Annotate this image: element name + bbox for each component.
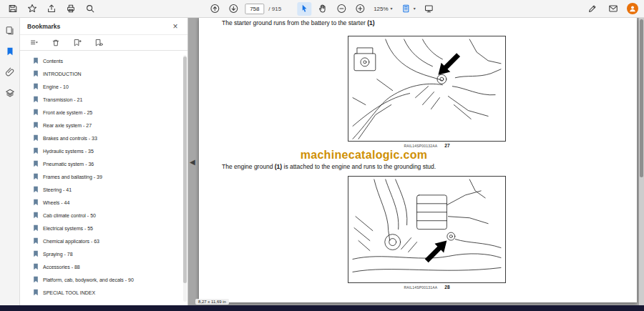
bookmark-options-button[interactable]	[27, 36, 42, 49]
bookmark-item[interactable]: Wheels - 44	[33, 196, 187, 209]
bookmark-item[interactable]: Cab climate control - 50	[33, 209, 187, 222]
plus-circle-icon	[355, 4, 365, 14]
print-button[interactable]	[64, 2, 78, 16]
page-total-label: / 915	[268, 6, 281, 12]
bookmarks-scrollbar[interactable]	[183, 55, 187, 302]
share-icon	[47, 4, 57, 14]
bookmark-item[interactable]: Spraying - 78	[33, 247, 187, 260]
trash-icon	[52, 39, 60, 47]
bookmark-item[interactable]: Rear axle system - 27	[33, 119, 187, 132]
bookmark-item[interactable]: Front axle system - 25	[33, 106, 187, 119]
email-button[interactable]	[606, 2, 620, 16]
previous-page-arrow[interactable]: ◀	[190, 158, 195, 166]
callout-arrow	[434, 50, 463, 79]
bookmark-icon	[33, 109, 39, 116]
page-view-dropdown[interactable]: ▾	[399, 2, 418, 15]
bookmark-item[interactable]: Accessories - 88	[33, 260, 187, 273]
figure28-caption: RAIL14SP00131AA 28	[348, 285, 506, 290]
save-icon	[8, 4, 18, 14]
new-bookmark-button[interactable]	[70, 36, 84, 49]
bookmark-item[interactable]: SPECIAL TOOL INDEX	[33, 286, 187, 299]
page-content: The starter ground runs from the battery…	[199, 18, 506, 290]
account-avatar[interactable]	[627, 3, 638, 14]
page-thumbnails-button[interactable]	[4, 24, 16, 37]
search-button[interactable]	[83, 2, 97, 16]
bookmark-item[interactable]: INTRODUCTION	[33, 67, 187, 80]
paperclip-icon	[5, 67, 15, 77]
bookmark-icon	[33, 212, 39, 219]
paragraph-starter-ground: The starter ground runs from the battery…	[222, 19, 506, 27]
paragraph-engine-ground: The engine ground (1) is attached to the…	[222, 163, 506, 171]
callout-arrow	[422, 236, 452, 265]
close-panel-button[interactable]: ×	[170, 21, 180, 31]
favorites-star-button[interactable]	[25, 2, 39, 16]
bookmark-item-label: Platform, cab, bodywork, and decals - 90	[43, 277, 134, 282]
hand-tool-button[interactable]	[316, 2, 330, 16]
zoom-out-button[interactable]	[334, 2, 348, 16]
zoom-level-dropdown[interactable]: 125% ▾	[371, 4, 394, 14]
bookmark-item[interactable]: Hydraulic systems - 35	[33, 144, 187, 157]
bookmark-item[interactable]: Contents	[33, 54, 187, 67]
page-view-icon	[401, 4, 411, 14]
save-button[interactable]	[6, 2, 20, 16]
bookmark-item[interactable]: Transmission - 21	[33, 93, 187, 106]
figure-number: 28	[444, 285, 449, 290]
bookmarks-button[interactable]	[4, 45, 16, 58]
toolbar-center-group: / 915	[208, 0, 436, 17]
bookmark-icon	[33, 224, 39, 232]
figure27-caption: RAIL14SP00132AA 27	[348, 143, 506, 148]
chevron-down-icon: ▾	[414, 6, 416, 11]
bookmark-settings-button[interactable]	[92, 36, 106, 49]
bookmark-item-label: Wheels - 44	[43, 200, 69, 205]
layers-button[interactable]	[4, 87, 16, 99]
bookmark-item-label: Engine - 10	[43, 84, 69, 89]
minus-circle-icon	[336, 4, 346, 14]
bookmark-item-label: Brakes and controls - 33	[43, 136, 97, 141]
page-number-input[interactable]	[245, 4, 264, 14]
bookmark-item[interactable]: Steering - 41	[33, 183, 187, 196]
callout-ref: (1)	[367, 19, 374, 26]
bookmark-item[interactable]: Engine - 10	[33, 80, 187, 93]
watermark-text: machinecatalogic.com	[222, 149, 506, 162]
bookmark-item[interactable]: Frames and ballasting - 39	[33, 170, 187, 183]
pages-icon	[5, 26, 15, 36]
bookmark-item[interactable]: Electrical systems - 55	[33, 222, 187, 235]
bookmark-item-label: Contents	[43, 59, 63, 64]
bookmark-item-label: Electrical systems - 55	[43, 226, 93, 231]
bookmark-item[interactable]: Pneumatic system - 36	[33, 157, 187, 170]
star-icon	[27, 4, 37, 14]
bookmark-item[interactable]: Platform, cab, bodywork, and decals - 90	[33, 273, 187, 286]
delete-bookmark-button[interactable]	[49, 36, 63, 49]
previous-page-button[interactable]	[208, 2, 222, 16]
bookmarks-panel-title: Bookmarks	[27, 23, 60, 30]
bookmark-item-label: Front axle system - 25	[43, 110, 92, 115]
scrollbar-thumb[interactable]	[640, 19, 643, 177]
bookmark-item[interactable]: Chemical applicators - 63	[33, 235, 187, 247]
share-button[interactable]	[44, 2, 59, 16]
bookmark-icon	[33, 276, 39, 283]
bookmarks-list: Contents INTRODUCTION Engine - 10 Transm…	[20, 51, 187, 305]
bookmark-item-label: Frames and ballasting - 39	[43, 174, 102, 179]
figure27-illustration	[348, 36, 505, 142]
bookmarks-toolbar	[20, 35, 187, 51]
paragraph-text: The starter ground runs from the battery…	[222, 19, 367, 26]
document-area: The starter ground runs from the battery…	[188, 18, 644, 305]
select-tool-button[interactable]	[297, 2, 311, 16]
monitor-icon	[424, 4, 434, 14]
next-page-button[interactable]	[226, 2, 240, 16]
bookmark-icon	[33, 96, 39, 103]
presentation-mode-button[interactable]	[422, 2, 436, 16]
options-list-icon	[30, 39, 39, 47]
bookmark-icon	[33, 289, 39, 296]
bookmark-icon	[33, 186, 39, 193]
scrollbar-thumb[interactable]	[183, 56, 187, 283]
zoom-in-button[interactable]	[353, 2, 367, 16]
bookmark-item-label: Chemical applicators - 63	[43, 239, 99, 244]
document-scrollbar[interactable]	[639, 18, 644, 305]
fill-sign-button[interactable]	[585, 2, 600, 16]
bookmark-gear-icon	[94, 39, 103, 47]
pdf-viewer-window: / 915	[0, 0, 644, 311]
figure-code: RAIL14SP00131AA	[404, 285, 437, 290]
attachments-button[interactable]	[4, 66, 16, 79]
bookmark-item[interactable]: Brakes and controls - 33	[33, 132, 187, 144]
